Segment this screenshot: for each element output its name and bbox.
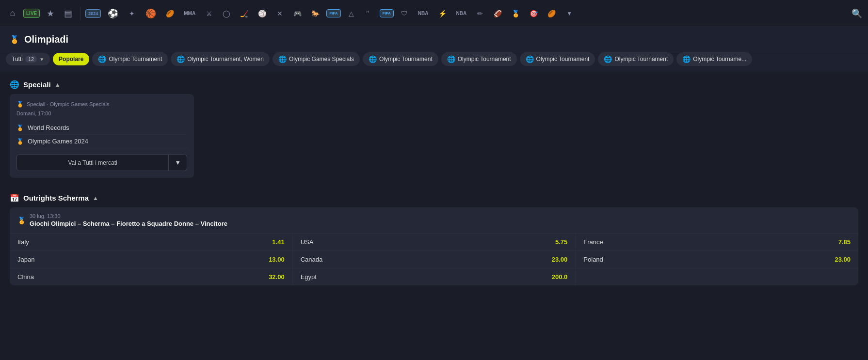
team-name-china: China [17,273,34,281]
medal-icon[interactable]: 🏅 [509,8,523,19]
card-item-text-2: Olympic Games 2024 [28,138,88,145]
odds-cell-china[interactable]: China 32.00 [10,268,293,285]
filter-olympic-tournament-3[interactable]: 🌐 Olympic Tournament [363,52,438,66]
filter-olympic-tournament-4[interactable]: 🌐 Olympic Tournament [441,52,517,66]
speciali-icon: 🌐 [10,80,19,89]
team-name-italy: Italy [17,238,29,246]
globe-icon-1: 🌐 [98,55,106,63]
filter-bar: Tutti 12 ▼ Popolare 🌐 Olympic Tournament… [0,52,868,72]
odds-japan: 13.00 [269,256,285,263]
outrights-title: Outrights Scherma [23,194,89,202]
lightning-icon[interactable]: ⚡ [435,8,450,19]
outrights-card: 🏅 30 lug, 13:30 Giochi Olimpici – Scherm… [10,207,858,285]
team-name-usa: USA [301,238,314,246]
fencing-icon[interactable]: ⚔ [202,8,216,19]
globe-icon-3: 🌐 [278,55,287,63]
more-icon[interactable]: ▼ [563,8,576,19]
nba-icon[interactable]: NBA [415,9,432,18]
speciali-title: Speciali [23,80,51,89]
filter-label-2: Olympic Tournament, Women [187,56,264,63]
mma-icon[interactable]: MMA [181,9,198,18]
speciali-section-header: 🌐 Speciali ▲ [0,72,868,94]
triangle-icon[interactable]: △ [345,8,358,19]
outrights-event-title: Giochi Olimpici – Scherma – Fioretto a S… [30,220,227,227]
odds-cell-canada[interactable]: Canada 23.00 [293,251,576,268]
cross-icon[interactable]: ✕ [273,8,287,19]
dart-icon[interactable]: 🎯 [527,8,541,19]
circle-icon[interactable]: ◯ [220,8,233,19]
team-name-canada: Canada [301,256,323,263]
home-icon[interactable]: ⌂ [6,6,19,20]
card-actions: Vai a Tutti i mercati ▼ [16,154,187,171]
filter-olympic-tournament-7[interactable]: 🌐 Olympic Tourname... [676,52,752,66]
horse-icon[interactable]: 🐎 [308,8,322,19]
speciali-chevron-icon[interactable]: ▲ [55,81,61,88]
esport-icon[interactable]: 🎮 [290,8,305,19]
filter-olympic-tournament-6[interactable]: 🌐 Olympic Tournament [598,52,674,66]
outrights-chevron-icon[interactable]: ▲ [93,195,98,202]
shield2-icon[interactable]: 🛡 [398,8,411,19]
rugby2-icon[interactable]: 🏉 [545,8,559,19]
outrights-section-header: 📅 Outrights Scherma ▲ [0,186,868,207]
pencil-icon[interactable]: ✏ [473,8,487,19]
card-item-olympic-games: 🏅 Olympic Games 2024 [16,135,187,148]
betslip-icon[interactable]: ▤ [61,6,75,21]
filter-label-5: Olympic Tournament [458,56,511,63]
page-header-icon: 🏅 [10,35,19,44]
vai-tutti-mercati-button[interactable]: Vai a Tutti i mercati [16,154,169,171]
outrights-card-header: 🏅 30 lug, 13:30 Giochi Olimpici – Scherm… [10,207,858,234]
filter-olympic-games-specials[interactable]: 🌐 Olympic Games Specials [273,52,360,66]
team-name-japan: Japan [17,256,34,263]
card-breadcrumb-text: Speciali · Olympic Games Specials [27,101,110,107]
filter-label-6: Olympic Tournament [536,56,590,63]
live-icon[interactable]: LIVE [23,9,40,18]
filter-olympic-tournament-5[interactable]: 🌐 Olympic Tournament [520,52,595,66]
basketball-icon[interactable]: 🏀 [143,6,159,21]
fifa2-icon[interactable]: FIFA [380,9,394,17]
filter-olympic-tournament-women[interactable]: 🌐 Olympic Tournament, Women [171,52,270,66]
odds-cell-italy[interactable]: Italy 1.41 [10,234,293,250]
tutti-label: Tutti [12,56,23,63]
globe-icon-4: 🌐 [369,55,377,63]
filter-olympic-tournament-1[interactable]: 🌐 Olympic Tournament [92,52,168,66]
tutti-count: 12 [25,56,37,63]
card-item-icon-1: 🏅 [16,125,24,131]
odds-egypt: 200.0 [552,273,568,281]
odds-cell-poland[interactable]: Poland 23.00 [576,251,858,268]
odds-canada: 23.00 [552,256,568,263]
outrights-header-icon: 🏅 [17,217,26,224]
american-football-icon[interactable]: 🏈 [491,8,505,19]
odds-cell-egypt[interactable]: Egypt 200.0 [293,268,576,285]
odds-italy: 1.41 [272,238,284,246]
fifa-icon[interactable]: FIFA [326,9,340,17]
tutti-filter-button[interactable]: Tutti 12 ▼ [6,53,50,65]
odds-row-2: Japan 13.00 Canada 23.00 Poland 23.00 [10,250,858,268]
odds-cell-france[interactable]: France 7.85 [576,234,858,250]
volleyball-icon[interactable]: 🏐 [255,8,269,19]
search-icon[interactable]: 🔍 [852,8,862,19]
globe-icon-2: 🌐 [177,55,185,63]
rugby-icon[interactable]: 🏉 [163,8,177,19]
popular-label: Popolare [59,56,83,63]
odds-france: 7.85 [838,238,851,246]
field-hockey-icon[interactable]: 🏒 [237,8,251,19]
b1-icon[interactable]: ꙵ [362,8,376,19]
outrights-card-meta: 30 lug, 13:30 Giochi Olimpici – Scherma … [30,213,227,227]
team-name-egypt: Egypt [301,273,317,281]
odds-cell-japan[interactable]: Japan 13.00 [10,251,293,268]
filter-label-1: Olympic Tournament [109,56,162,63]
card-expand-button[interactable]: ▼ [169,154,187,171]
page-header: 🏅 Olimpiadi [0,27,868,52]
popular-filter-button[interactable]: Popolare [53,53,89,65]
soccer-icon[interactable]: ⚽ [105,6,121,21]
odds-cell-usa[interactable]: USA 5.75 [293,234,576,250]
odds-china: 32.00 [269,273,285,281]
filter-label-4: Olympic Tournament [379,56,433,63]
card-breadcrumb: 🏅 Speciali · Olympic Games Specials [16,101,187,108]
year-badge-icon[interactable]: 2024 [85,9,101,18]
nba2-icon[interactable]: NBA [453,9,470,18]
star-icon[interactable]: ★ [44,6,57,21]
filter-label-7: Olympic Tournament [614,56,668,63]
speciali-card: 🏅 Speciali · Olympic Games Specials Doma… [10,94,194,178]
target-icon[interactable]: ✦ [125,8,139,19]
